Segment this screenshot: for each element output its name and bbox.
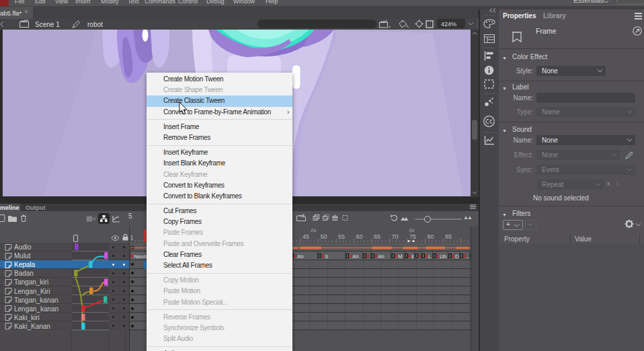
svg-text:M: M	[398, 253, 403, 259]
svg-text:Neutr: Neutr	[134, 253, 147, 259]
svg-text:Ah: Ah	[297, 253, 304, 259]
svg-text:Uh: Uh	[440, 253, 446, 259]
svg-text:D: D	[455, 253, 459, 259]
svg-text:Ah: Ah	[378, 253, 385, 259]
svg-text:Ah: Ah	[352, 253, 359, 259]
svg-text:L: L	[428, 253, 432, 259]
svg-text:S: S	[325, 253, 328, 259]
svg-text:..: ..	[467, 253, 469, 259]
